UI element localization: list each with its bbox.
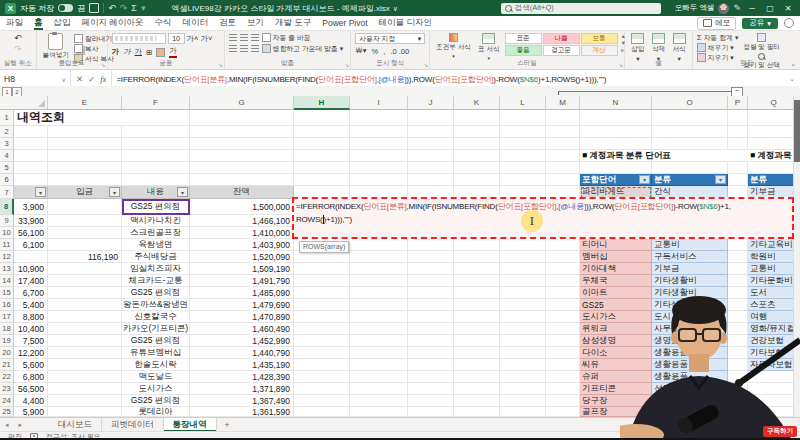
- cell[interactable]: [48, 275, 122, 287]
- cell[interactable]: [546, 251, 580, 263]
- cell[interactable]: [500, 150, 546, 162]
- cell[interactable]: [500, 287, 546, 299]
- cell[interactable]: [350, 287, 408, 299]
- cell[interactable]: [546, 174, 580, 186]
- row-header-10[interactable]: 10: [0, 227, 14, 239]
- cell[interactable]: [408, 299, 454, 311]
- italic-button[interactable]: 가: [123, 47, 131, 57]
- cell[interactable]: [500, 383, 546, 395]
- cell[interactable]: 분류▾: [652, 174, 728, 186]
- column-header-I[interactable]: I: [350, 96, 408, 110]
- cell[interactable]: 신호칼국수: [122, 311, 190, 323]
- cell[interactable]: [500, 347, 546, 359]
- row-header-21[interactable]: 21: [0, 359, 14, 371]
- formula-edit-overlay[interactable]: =IFERROR(INDEX(단어표[분류],MIN(IF(ISNUMBER(F…: [292, 197, 794, 239]
- cell[interactable]: [408, 335, 454, 347]
- filter-icon[interactable]: ▾: [177, 187, 188, 197]
- cell[interactable]: 1,403,900: [190, 239, 294, 251]
- cell[interactable]: [546, 239, 580, 251]
- cell[interactable]: [350, 275, 408, 287]
- cell[interactable]: [350, 263, 408, 275]
- row-header-3[interactable]: 3: [0, 138, 14, 150]
- column-header-G[interactable]: G: [190, 96, 294, 110]
- font-name-select[interactable]: [112, 33, 166, 44]
- cell[interactable]: [546, 407, 580, 417]
- cell[interactable]: [408, 347, 454, 359]
- align-top-icon[interactable]: [229, 34, 237, 41]
- cell[interactable]: [408, 383, 454, 395]
- cell[interactable]: [48, 215, 122, 227]
- cell[interactable]: 기타생활비: [652, 275, 728, 287]
- cell[interactable]: [500, 275, 546, 287]
- cell[interactable]: [454, 150, 500, 162]
- cell[interactable]: [294, 371, 350, 383]
- enter-icon[interactable]: ✓: [88, 74, 95, 84]
- cell[interactable]: [48, 239, 122, 251]
- bold-button[interactable]: 가: [112, 47, 120, 57]
- cell[interactable]: [408, 359, 454, 371]
- cell[interactable]: [14, 162, 48, 174]
- cell[interactable]: ■ 계정과목 분류 단어표: [580, 150, 748, 162]
- cell[interactable]: [728, 162, 748, 174]
- pencil-icon[interactable]: ✎: [733, 3, 741, 13]
- cell[interactable]: [48, 299, 122, 311]
- paste-button[interactable]: 붙여넣기: [41, 33, 71, 60]
- cell[interactable]: 1,361,590: [190, 407, 294, 417]
- align-center-icon[interactable]: [240, 45, 248, 52]
- cell[interactable]: [500, 138, 546, 150]
- cell[interactable]: [454, 395, 500, 407]
- cell[interactable]: [500, 251, 546, 263]
- cell[interactable]: 도시가스: [122, 383, 190, 395]
- cell[interactable]: [350, 395, 408, 407]
- autosave-toggle[interactable]: [58, 4, 73, 12]
- cell[interactable]: [408, 287, 454, 299]
- cell[interactable]: 포함단어▾: [580, 174, 652, 186]
- cell[interactable]: [48, 174, 122, 186]
- row-header-4[interactable]: 4: [0, 150, 14, 162]
- cell[interactable]: 17,400: [14, 275, 48, 287]
- row-header-9[interactable]: 9: [0, 215, 14, 227]
- cell[interactable]: [454, 323, 500, 335]
- cell[interactable]: [454, 287, 500, 299]
- cell[interactable]: 입금▾: [48, 186, 122, 199]
- subscribe-badge[interactable]: 구독하기: [763, 426, 797, 437]
- cell[interactable]: 1,500,000: [190, 199, 294, 215]
- cell[interactable]: [500, 239, 546, 251]
- cell[interactable]: [728, 126, 748, 138]
- comma-format-icon[interactable]: ,: [383, 47, 385, 56]
- cell[interactable]: [546, 347, 580, 359]
- cell[interactable]: [454, 347, 500, 359]
- cell[interactable]: [48, 227, 122, 239]
- formula-input[interactable]: =IFERROR(INDEX(단어표[분류],MIN(IF(ISNUMBER(F…: [112, 74, 784, 85]
- cell[interactable]: [48, 263, 122, 275]
- row-header-25[interactable]: 25: [0, 407, 14, 417]
- cell[interactable]: [500, 162, 546, 174]
- undo-button[interactable]: ↶: [14, 33, 22, 43]
- cell[interactable]: [294, 407, 350, 417]
- cell[interactable]: [294, 150, 350, 162]
- cell[interactable]: [408, 239, 454, 251]
- cell[interactable]: [500, 263, 546, 275]
- number-format-select[interactable]: 사용자 지정▾: [355, 33, 425, 44]
- cell[interactable]: 내용▾: [122, 186, 190, 199]
- cell[interactable]: [546, 287, 580, 299]
- maximize-button[interactable]: ▢: [763, 4, 777, 13]
- cell[interactable]: [454, 311, 500, 323]
- cell[interactable]: [350, 150, 408, 162]
- cell[interactable]: [408, 126, 454, 138]
- cell[interactable]: [580, 126, 652, 138]
- cell[interactable]: GS25 편의점: [122, 199, 190, 215]
- cell[interactable]: [408, 150, 454, 162]
- column-header-H[interactable]: H: [294, 96, 350, 110]
- sort-filter-button[interactable]: 정렬 및 필터: [741, 33, 782, 52]
- cell[interactable]: [350, 239, 408, 251]
- cell[interactable]: [350, 251, 408, 263]
- cell[interactable]: 왕돈까쓰&왕냉면: [122, 299, 190, 311]
- cell[interactable]: [408, 251, 454, 263]
- cell[interactable]: [350, 138, 408, 150]
- cell[interactable]: [48, 126, 122, 138]
- cell[interactable]: [546, 150, 580, 162]
- cell[interactable]: [580, 162, 652, 174]
- menu-tab-개발 도구[interactable]: 개발 도구: [275, 16, 311, 30]
- underline-button[interactable]: 가: [135, 47, 143, 57]
